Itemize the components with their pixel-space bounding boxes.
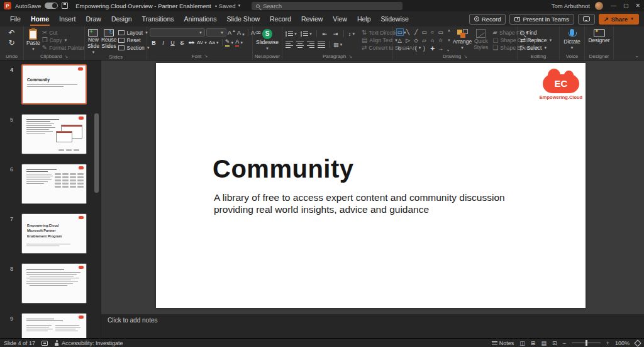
text-shadow-button[interactable]: ab: [187, 38, 196, 47]
new-slide-button[interactable]: New Slide ▼: [87, 28, 99, 54]
format-painter-button[interactable]: ✎Format Painter: [42, 44, 85, 52]
user-name[interactable]: Tom Arbuthnot: [552, 3, 590, 9]
tab-draw[interactable]: Draw: [80, 12, 106, 26]
notes-pane[interactable]: Click to add notes: [101, 313, 644, 338]
font-dialog-launcher[interactable]: ↘: [204, 54, 208, 59]
minimize-icon[interactable]: —: [611, 3, 616, 9]
find-button[interactable]: Find: [520, 29, 553, 37]
accessibility-status[interactable]: Accessibility: Investigate: [54, 340, 123, 346]
copy-button[interactable]: ❐Copy▼: [42, 37, 85, 44]
autosave-toggle[interactable]: [45, 3, 58, 9]
decrease-indent-button[interactable]: ⇤: [321, 30, 329, 38]
zoom-slider-thumb[interactable]: [586, 340, 587, 346]
thumbnail-slide-8[interactable]: 8: [21, 263, 88, 304]
replace-button[interactable]: ⇄Replace▼: [520, 37, 553, 44]
designer-button[interactable]: Designer: [589, 28, 609, 44]
slide-body-textbox[interactable]: A library of free to access expert conte…: [214, 192, 505, 216]
thumbnail-slide-6[interactable]: 6: [21, 164, 88, 204]
reuse-slides-button[interactable]: Reuse Slides: [101, 28, 117, 50]
tab-transitions[interactable]: Transitions: [137, 12, 179, 26]
zoom-out-button[interactable]: −: [562, 340, 565, 346]
paste-button[interactable]: Paste ▼: [26, 28, 40, 51]
comments-button[interactable]: [578, 14, 595, 25]
drawing-dialog-launcher[interactable]: ↘: [464, 54, 467, 59]
shape-select-icon[interactable]: ▭: [396, 28, 404, 36]
slide-sorter-view-button[interactable]: ⊞: [531, 340, 536, 346]
character-spacing-button[interactable]: AV▼: [197, 38, 208, 47]
bold-button[interactable]: B: [150, 38, 158, 47]
close-icon[interactable]: ✕: [635, 3, 640, 9]
align-right-button[interactable]: [306, 40, 314, 48]
change-case-button[interactable]: Aa▼: [209, 38, 219, 47]
tab-file[interactable]: File: [5, 12, 26, 26]
thumbnail-scrollbar[interactable]: [94, 113, 99, 193]
columns-button[interactable]: ▥▼: [333, 40, 343, 48]
thumbnail-slide-4[interactable]: 4 Community: [21, 64, 88, 105]
undo-button[interactable]: ↶: [8, 29, 14, 37]
reading-view-button[interactable]: ▤: [541, 340, 547, 346]
thumbnail-slide-5[interactable]: 5: [21, 114, 88, 154]
slideshow-view-button[interactable]: ⊡: [552, 340, 557, 346]
align-left-button[interactable]: [285, 40, 293, 48]
display-settings-icon[interactable]: [42, 341, 48, 346]
reset-button[interactable]: Reset: [118, 37, 150, 44]
layout-button[interactable]: Layout▼: [118, 29, 150, 37]
select-button[interactable]: ▷Select▼: [520, 44, 553, 52]
strikethrough-button[interactable]: S: [178, 38, 186, 47]
clipboard-dialog-launcher[interactable]: ↘: [64, 54, 68, 59]
tab-insert[interactable]: Insert: [54, 12, 80, 26]
italic-button[interactable]: I: [159, 38, 167, 47]
tab-design[interactable]: Design: [106, 12, 137, 26]
decrease-font-button[interactable]: A▼: [237, 28, 245, 37]
numbering-button[interactable]: ▼: [300, 30, 313, 38]
increase-font-button[interactable]: A▲: [228, 28, 236, 37]
dictate-button[interactable]: Dictate ▼: [562, 28, 582, 50]
tab-record[interactable]: Record: [265, 12, 296, 26]
paragraph-dialog-launcher[interactable]: ↘: [348, 54, 352, 59]
collapse-ribbon-icon[interactable]: ⌄: [635, 53, 639, 59]
align-center-button[interactable]: [296, 40, 304, 48]
arrange-button[interactable]: Arrange ▼: [453, 28, 472, 50]
tab-view[interactable]: View: [328, 12, 352, 26]
font-size-combo[interactable]: ▼: [206, 28, 226, 37]
save-icon[interactable]: [62, 3, 68, 9]
thumbnail-slide-7[interactable]: 7 Empowering.Cloud Microsoft Partner Ena…: [21, 213, 88, 254]
zoom-in-button[interactable]: +: [606, 340, 609, 346]
document-title[interactable]: Empowering.Cloud Overview - Partner Enab…: [75, 3, 211, 9]
tab-help[interactable]: Help: [352, 12, 376, 26]
tab-review[interactable]: Review: [296, 12, 328, 26]
tab-slidewise[interactable]: Slidewise: [376, 12, 414, 26]
quick-styles-button[interactable]: Quick Styles: [474, 28, 488, 51]
share-button[interactable]: ↗ Share ▼: [599, 14, 639, 25]
justify-button[interactable]: [317, 40, 325, 48]
section-button[interactable]: Section▼: [118, 44, 150, 52]
fit-slide-to-window-icon[interactable]: [634, 339, 641, 346]
redo-button[interactable]: ↻: [8, 39, 14, 47]
highlight-color-button[interactable]: ✎▼: [225, 38, 235, 47]
saved-status[interactable]: • Saved▼: [215, 3, 242, 9]
font-color-button[interactable]: A▼: [235, 38, 243, 47]
normal-view-button[interactable]: ◫: [519, 340, 525, 346]
tab-slide-show[interactable]: Slide Show: [222, 12, 265, 26]
underline-button[interactable]: U: [169, 38, 177, 47]
bullets-button[interactable]: ▼: [285, 30, 297, 38]
tab-animations[interactable]: Animations: [179, 12, 222, 26]
thumbnail-slide-9[interactable]: 9: [21, 313, 88, 338]
increase-indent-button[interactable]: ⇥: [331, 30, 340, 38]
zoom-level[interactable]: 100%: [615, 340, 630, 346]
cut-button[interactable]: ✂Cut: [42, 29, 85, 37]
present-in-teams-button[interactable]: Present in Teams: [509, 14, 574, 25]
line-spacing-button[interactable]: ↕▼: [348, 30, 356, 38]
notes-toggle-button[interactable]: Notes: [492, 340, 514, 346]
search-input[interactable]: Search: [252, 2, 402, 10]
slidewise-button[interactable]: S Slidewise ▼: [257, 28, 278, 50]
zoom-slider[interactable]: [572, 343, 601, 343]
tab-home[interactable]: Home: [26, 12, 54, 26]
maximize-icon[interactable]: ▢: [623, 3, 629, 9]
font-name-combo[interactable]: ▼: [150, 28, 205, 37]
record-button[interactable]: Record: [469, 14, 506, 25]
shapes-gallery[interactable]: ▭ ╲╱▭○▭ △▷◇▱⌂☆ ↻~()✚→: [396, 28, 445, 52]
shapes-gallery-scroll[interactable]: ▲▼▾: [447, 28, 451, 52]
powerpoint-app-icon[interactable]: P: [4, 2, 11, 9]
slide-canvas[interactable]: Community A library of free to access ex…: [156, 63, 586, 308]
